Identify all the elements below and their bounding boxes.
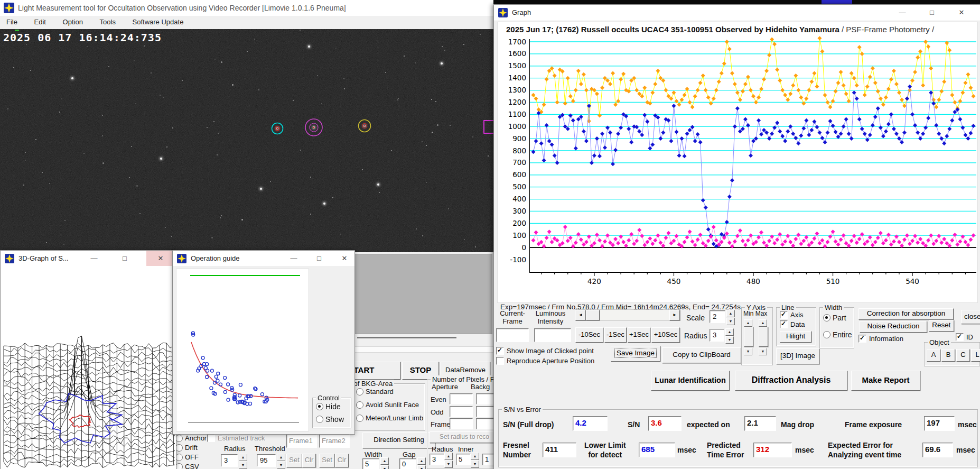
graph-radius-field[interactable]: 3 <box>710 329 724 342</box>
menu-edit[interactable]: Edit <box>29 16 51 28</box>
position-slider[interactable] <box>357 337 456 338</box>
clr2-button[interactable]: Clr <box>335 454 349 467</box>
correction-absorption-button[interactable]: Correction for absorption <box>858 308 954 320</box>
bkg-avoid-sunlit-radio[interactable] <box>356 401 363 409</box>
scroll-left-button[interactable]: ◄ <box>575 310 586 320</box>
gap-spinner[interactable]: ▲▼ <box>417 457 426 469</box>
scale-spinner[interactable]: ▲▼ <box>726 310 735 326</box>
yaxis-max-mid[interactable] <box>759 327 768 347</box>
object-l-button[interactable]: L <box>971 349 980 362</box>
id-checkbox[interactable]: ✓ <box>956 333 964 341</box>
frame-exposure-field[interactable]: 197 <box>924 416 955 431</box>
threshold-field[interactable]: 95 <box>257 454 276 467</box>
guide-show-radio[interactable] <box>316 416 323 423</box>
set-radius-button[interactable]: Set radius to reco <box>430 431 499 443</box>
gap-field[interactable]: 0 <box>399 458 416 469</box>
odd-aperture-field[interactable] <box>450 406 473 417</box>
menu-option[interactable]: Option <box>58 16 88 28</box>
plus10sec-button[interactable]: +10Sec <box>651 327 680 343</box>
set2-button[interactable]: Set <box>319 454 335 467</box>
even-aperture-field[interactable] <box>450 393 473 404</box>
off-radio[interactable] <box>175 454 183 461</box>
width-part-radio[interactable] <box>823 314 830 321</box>
fresnel-field[interactable]: 411 <box>543 443 576 457</box>
luminous-intensity-field[interactable] <box>534 328 571 342</box>
light-curve-chart[interactable]: -100010020030040050060070080090010001100… <box>498 35 976 302</box>
minus1sec-button[interactable]: -1Sec <box>604 327 627 343</box>
width-entire-radio[interactable] <box>823 331 830 338</box>
noise-reduction-button[interactable]: Noise Reduction <box>860 321 927 333</box>
yaxis-max-up[interactable]: ▲ <box>759 319 767 327</box>
bkg-meteor-radio[interactable] <box>356 415 363 422</box>
object-a-button[interactable]: A <box>927 349 940 362</box>
yaxis-min-mid[interactable] <box>744 327 753 347</box>
expected-error-field[interactable]: 69.6 <box>922 443 953 457</box>
show-image-checkbox[interactable]: ✓ <box>496 347 504 355</box>
pix-radius-spinner[interactable]: ▲▼ <box>444 453 453 468</box>
frame-scrollbar[interactable]: ◄ ► <box>575 309 680 321</box>
menu-file[interactable]: File <box>1 16 23 28</box>
scale-field[interactable]: 2 <box>710 310 725 323</box>
guide-close-button[interactable]: ✕ <box>335 251 353 266</box>
inner-spinner[interactable]: ▲▼ <box>471 453 479 468</box>
direction-setting-button[interactable]: Direction Setting <box>362 433 435 448</box>
graph3d-maximize-button[interactable]: □ <box>116 251 134 266</box>
pix-radius-field[interactable]: 3 <box>430 454 444 465</box>
information-checkbox[interactable]: ✓ <box>858 335 866 343</box>
save-image-button[interactable]: Save Image <box>611 346 660 362</box>
frame1-field[interactable]: Frame1 <box>286 434 317 448</box>
expected-field[interactable]: 2.1 <box>744 416 776 431</box>
copy-clipboard-button[interactable]: Copy to ClipBoard <box>662 347 741 363</box>
hilight-button[interactable]: Hilight <box>780 331 811 343</box>
inner-field[interactable]: 5 <box>456 454 471 465</box>
guide-maximize-button[interactable]: □ <box>310 251 328 266</box>
yaxis-min-down[interactable]: ▼ <box>744 348 752 356</box>
yaxis-max-down[interactable]: ▼ <box>759 348 767 356</box>
current-frame-field[interactable] <box>496 328 529 342</box>
threshold-spinner[interactable]: ▲▼ <box>277 454 285 469</box>
predicted-time-error-field[interactable]: 312 <box>753 443 792 457</box>
3d-image-button[interactable]: [3D] Image <box>776 348 819 364</box>
graph-radius-spinner[interactable]: ▲▼ <box>725 328 734 344</box>
track-radius-spinner[interactable]: ▲▼ <box>239 454 247 469</box>
csv-radio[interactable] <box>175 463 183 469</box>
lunar-identification-button[interactable]: Lunar Identification <box>651 371 730 391</box>
graph3d-close-button[interactable]: ✕ <box>146 251 175 266</box>
graph-close-button[interactable]: ✕ <box>953 5 970 20</box>
menu-software-update[interactable]: Software Update <box>127 16 189 28</box>
guide-minimize-button[interactable]: — <box>285 251 303 266</box>
track-radius-field[interactable]: 3 <box>221 454 238 467</box>
clr1-button[interactable]: Clr <box>302 454 316 467</box>
anchor-radio[interactable] <box>175 435 183 442</box>
close-button[interactable]: close <box>961 310 980 324</box>
yaxis-min-up[interactable]: ▲ <box>744 319 752 327</box>
minus10sec-button[interactable]: -10Sec <box>575 327 603 343</box>
graph-minimize-button[interactable]: — <box>893 5 911 20</box>
drift-radio[interactable] <box>175 444 183 452</box>
frame-aperture-field[interactable] <box>450 418 473 429</box>
object-c-button[interactable]: C <box>956 349 970 362</box>
plus1sec-button[interactable]: +1Sec <box>628 327 650 343</box>
width-spinner[interactable]: ▲▼ <box>380 457 389 469</box>
estimated-track-checkbox[interactable] <box>207 434 215 442</box>
menu-tools[interactable]: Tools <box>95 16 121 28</box>
reproduce-aperture-checkbox[interactable] <box>496 357 504 365</box>
object-b-button[interactable]: B <box>941 349 955 362</box>
reset-button[interactable]: Reset <box>929 320 954 332</box>
guide-hide-radio[interactable] <box>316 403 323 410</box>
line-data-checkbox[interactable]: ✓ <box>780 320 788 328</box>
sn-full-field[interactable]: 4.2 <box>573 416 608 431</box>
sn-field[interactable]: 3.6 <box>648 416 682 431</box>
frame2-field[interactable]: Frame2 <box>319 434 350 448</box>
bkg-standard-radio[interactable] <box>356 388 363 396</box>
width-field[interactable]: 5 <box>362 458 379 469</box>
video-frame[interactable]: 2025 06 17 16:14:24:735 <box>0 29 493 252</box>
scroll-thumb[interactable] <box>586 310 600 320</box>
scroll-right-button[interactable]: ► <box>669 310 680 320</box>
set1-button[interactable]: Set <box>286 454 302 467</box>
graph3d-minimize-button[interactable]: — <box>85 251 103 266</box>
lower-limit-field[interactable]: 685 <box>639 443 675 457</box>
line-axis-checkbox[interactable]: ✓ <box>780 311 788 319</box>
graph-maximize-button[interactable]: □ <box>923 5 941 20</box>
diffraction-analysis-button[interactable]: Diffraction Analysis <box>735 371 847 391</box>
